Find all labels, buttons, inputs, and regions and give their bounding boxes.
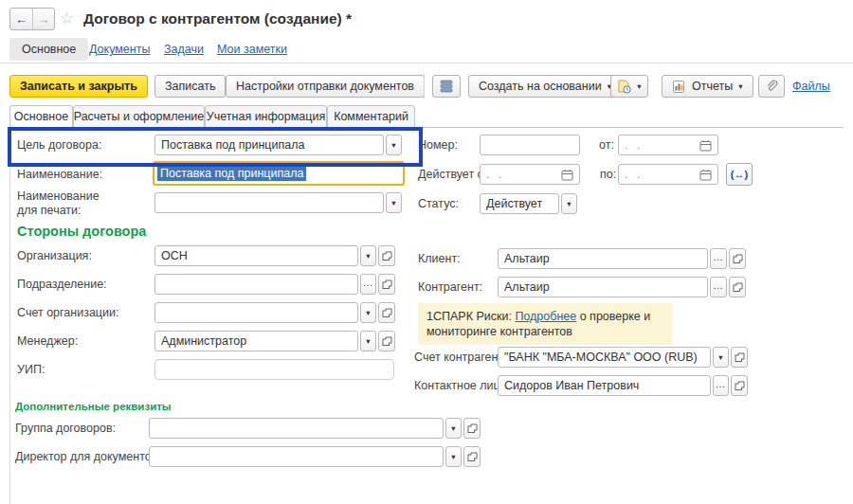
- director-open-button[interactable]: [463, 446, 481, 467]
- group-open-button[interactable]: [463, 418, 481, 439]
- org-account-open-button[interactable]: [378, 302, 395, 323]
- manager-open-button[interactable]: [378, 331, 395, 351]
- manager-input[interactable]: Администратор: [154, 331, 358, 351]
- open-icon: [733, 282, 743, 293]
- status-dropdown-button[interactable]: ▾: [561, 193, 577, 214]
- group-input[interactable]: [149, 418, 444, 439]
- dept-input[interactable]: [154, 274, 358, 295]
- client-input[interactable]: Альтаир: [498, 248, 708, 269]
- ellipsis-icon: …: [713, 279, 724, 291]
- spark-risk-banner: 1СПАРК Риски: Подробнее о проверке и мон…: [418, 303, 672, 345]
- org-account-input[interactable]: [154, 302, 358, 323]
- uip-input[interactable]: [154, 359, 394, 380]
- contact-value: Сидоров Иван Петрович: [504, 379, 639, 392]
- group-dropdown-button[interactable]: ▾: [445, 418, 462, 439]
- attach-button[interactable]: [758, 75, 785, 98]
- valid-from-placeholder: . .: [486, 168, 504, 181]
- chevron-down-icon: ▾: [366, 336, 370, 346]
- org-dropdown-button[interactable]: ▾: [360, 245, 376, 266]
- contact-select-button[interactable]: …: [713, 375, 729, 396]
- contact-label: Контактное лицо:: [414, 375, 510, 396]
- valid-from-date-input[interactable]: . .: [480, 164, 580, 185]
- create-based-button[interactable]: Создать на основании ▾: [468, 75, 622, 98]
- group-label: Группа договоров:: [15, 418, 116, 439]
- cp-account-dropdown-button[interactable]: ▾: [713, 347, 729, 368]
- calendar-icon[interactable]: [699, 139, 712, 152]
- name-input[interactable]: Поставка под принципала: [153, 161, 405, 186]
- chevron-down-icon: ▾: [366, 251, 370, 261]
- extra-section-header: Дополнительные реквизиты: [15, 401, 172, 412]
- nav-link-tasks[interactable]: Задачи: [164, 43, 204, 56]
- send-settings-button[interactable]: Настройки отправки документов: [226, 75, 425, 98]
- org-input[interactable]: ОСН: [154, 245, 358, 266]
- cp-account-open-button[interactable]: [731, 347, 748, 368]
- dept-label: Подразделение:: [17, 274, 107, 295]
- name-label: Наименование:: [17, 164, 102, 185]
- doc-schedule-button[interactable]: ▾: [610, 75, 648, 98]
- dept-select-button[interactable]: …: [360, 274, 376, 295]
- print-name-dropdown-button[interactable]: ▾: [386, 192, 402, 213]
- org-value: ОСН: [161, 249, 188, 262]
- from-date-placeholder: . .: [625, 138, 643, 152]
- manager-dropdown-button[interactable]: ▾: [360, 331, 376, 351]
- goal-input[interactable]: Поставка под принципала: [154, 135, 384, 155]
- favorite-star-icon[interactable]: ☆: [60, 9, 74, 28]
- structure-button[interactable]: [432, 75, 461, 98]
- save-button[interactable]: Записать: [154, 75, 226, 98]
- chevron-down-icon: ▾: [366, 308, 370, 317]
- counterparty-select-button[interactable]: …: [710, 277, 727, 297]
- from-date-input[interactable]: . .: [618, 135, 718, 155]
- nav-link-documents[interactable]: Документы: [89, 43, 150, 56]
- contact-input[interactable]: Сидоров Иван Петрович: [498, 375, 711, 396]
- tab-settlements[interactable]: Расчеты и оформление: [73, 105, 205, 128]
- calendar-icon[interactable]: [561, 169, 573, 181]
- reports-button[interactable]: Отчеты ▾: [662, 75, 753, 98]
- contact-open-button[interactable]: [731, 375, 748, 396]
- valid-to-date-input[interactable]: . .: [618, 164, 718, 185]
- client-label: Клиент:: [418, 248, 461, 269]
- back-button[interactable]: ←: [10, 9, 32, 29]
- counterparty-open-button[interactable]: [729, 277, 746, 297]
- print-name-input[interactable]: [154, 192, 384, 213]
- counterparty-input[interactable]: Альтаир: [498, 277, 708, 297]
- number-input[interactable]: [480, 135, 580, 155]
- nav-tab-main[interactable]: Основное: [9, 38, 88, 61]
- open-icon: [382, 279, 392, 290]
- client-open-button[interactable]: [729, 248, 746, 269]
- client-select-button[interactable]: …: [710, 248, 727, 269]
- paperclip-icon: [765, 80, 778, 93]
- tab-comment-label: Комментарий: [334, 110, 408, 123]
- cp-account-input[interactable]: "БАНК "МБА-МОСКВА" ООО (RUB): [498, 347, 711, 368]
- spark-details-link[interactable]: Подробнее: [515, 310, 576, 323]
- chevron-down-icon: ▾: [637, 81, 641, 91]
- period-icon: (↔): [731, 169, 748, 180]
- save-close-label: Записать и закрыть: [20, 80, 137, 93]
- valid-to-placeholder: . .: [625, 168, 643, 181]
- save-close-button[interactable]: Записать и закрыть: [9, 75, 148, 98]
- tab-main[interactable]: Основное: [9, 105, 73, 128]
- director-input[interactable]: [149, 446, 444, 467]
- calendar-icon[interactable]: [699, 169, 712, 181]
- chevron-down-icon: ▾: [718, 352, 722, 362]
- goal-dropdown-button[interactable]: ▾: [386, 135, 402, 155]
- tab-main-label: Основное: [14, 110, 68, 123]
- org-account-dropdown-button[interactable]: ▾: [360, 302, 376, 323]
- tab-comment[interactable]: Комментарий: [327, 105, 415, 128]
- dept-open-button[interactable]: [378, 274, 395, 295]
- tab-accounting[interactable]: Учетная информация: [205, 105, 327, 128]
- parties-section-header: Стороны договора: [17, 224, 146, 239]
- page-title: Договор с контрагентом (создание) *: [83, 10, 352, 27]
- open-icon: [382, 308, 392, 318]
- director-dropdown-button[interactable]: ▾: [445, 446, 462, 467]
- nav-link-notes[interactable]: Мои заметки: [217, 43, 287, 56]
- ellipsis-icon: …: [363, 277, 374, 288]
- cp-account-value: "БАНК "МБА-МОСКВА" ООО (RUB): [504, 351, 698, 364]
- status-select[interactable]: Действует: [480, 193, 559, 214]
- files-link[interactable]: Файлы: [792, 80, 830, 93]
- chevron-down-icon: ▾: [451, 452, 455, 461]
- forward-button[interactable]: →: [32, 9, 54, 29]
- counterparty-label: Контрагент:: [418, 277, 482, 297]
- period-select-button[interactable]: (↔): [726, 163, 753, 186]
- org-open-button[interactable]: [378, 245, 395, 266]
- ellipsis-icon: …: [713, 251, 724, 262]
